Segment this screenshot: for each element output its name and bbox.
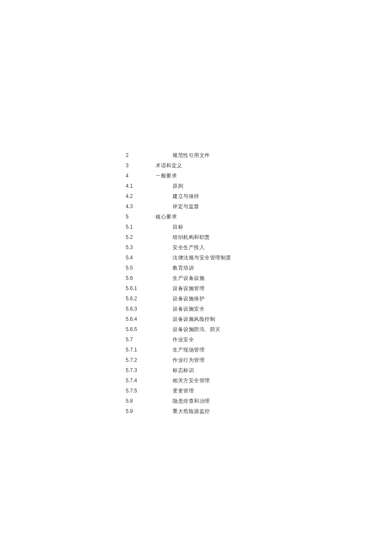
toc-entry-title: 设备设施防汛、防灾 bbox=[173, 324, 221, 334]
toc-dot-leader bbox=[206, 346, 309, 352]
toc-entry-number: 5.1 bbox=[126, 222, 156, 232]
toc-entry: 5.7.5变更管理 bbox=[126, 386, 309, 396]
toc-entry: 5.6.1设备设施管理 bbox=[126, 283, 309, 293]
toc-dot-leader bbox=[206, 305, 309, 311]
toc-entry: 5.4法律法规与安全管理制度 bbox=[126, 253, 309, 263]
toc-dot-leader bbox=[201, 193, 309, 198]
toc-dot-leader bbox=[184, 162, 309, 167]
toc-entry-title: 作业安全 bbox=[173, 334, 194, 345]
document-page: 2规范性引用文件3术语和定义4一般要求4.1原则4.2建立与保持4.3评定与监督… bbox=[0, 0, 392, 555]
toc-dot-leader bbox=[179, 213, 309, 218]
toc-entry: 4.3评定与监督 bbox=[126, 201, 309, 212]
toc-entry-title: 设备设施安全 bbox=[173, 304, 205, 314]
toc-dot-leader bbox=[206, 357, 309, 362]
toc-entry-number: 5.6.3 bbox=[126, 304, 156, 314]
toc-entry-title: 生产设备设施 bbox=[173, 273, 205, 283]
toc-entry-number: 5.9 bbox=[126, 406, 156, 416]
toc-dot-leader bbox=[179, 172, 309, 177]
toc-entry: 4.2建立与保持 bbox=[126, 191, 309, 201]
toc-entry-number: 3 bbox=[126, 160, 156, 171]
toc-dot-leader bbox=[206, 275, 309, 280]
toc-entry-number: 5.4 bbox=[126, 253, 156, 263]
toc-entry: 5.7.2作业行为管理 bbox=[126, 355, 309, 365]
toc-entry-number: 5.7.4 bbox=[126, 375, 156, 386]
toc-dot-leader bbox=[196, 387, 309, 392]
toc-entry: 5.2组织机构和职责 bbox=[126, 232, 309, 242]
toc-dot-leader bbox=[206, 285, 309, 290]
toc-dot-leader bbox=[196, 336, 309, 341]
toc-entry-title: 设备设施风险控制 bbox=[173, 314, 215, 324]
toc-entry-number: 5.6 bbox=[126, 273, 156, 283]
toc-dot-leader bbox=[212, 408, 309, 413]
toc-entry-number: 5.3 bbox=[126, 242, 156, 253]
toc-entry-number: 4.2 bbox=[126, 191, 156, 201]
table-of-contents: 2规范性引用文件3术语和定义4一般要求4.1原则4.2建立与保持4.3评定与监督… bbox=[126, 150, 309, 416]
toc-entry-number: 4.1 bbox=[126, 181, 156, 191]
toc-entry-number: 5.7.3 bbox=[126, 365, 156, 375]
toc-entry: 5.1目标 bbox=[126, 222, 309, 232]
toc-dot-leader bbox=[196, 264, 309, 270]
toc-entry-number: 5.6.4 bbox=[126, 314, 156, 324]
toc-entry-title: 评定与监督 bbox=[173, 201, 199, 212]
toc-entry: 4一般要求 bbox=[126, 171, 309, 181]
toc-entry-title: 术语和定义 bbox=[156, 160, 182, 171]
toc-entry-title: 相关方安全管理 bbox=[173, 375, 210, 386]
toc-entry: 5.7.1生产现场管理 bbox=[126, 345, 309, 355]
toc-dot-leader bbox=[233, 254, 309, 259]
toc-entry-title: 作业行为管理 bbox=[173, 355, 205, 365]
toc-dot-leader bbox=[212, 234, 309, 239]
toc-entry-title: 组织机构和职责 bbox=[173, 232, 210, 242]
toc-entry: 3术语和定义 bbox=[126, 160, 309, 171]
toc-entry: 4.1原则 bbox=[126, 181, 309, 191]
toc-entry-title: 设备设施管理 bbox=[173, 283, 205, 293]
toc-entry-title: 原则 bbox=[173, 181, 183, 191]
toc-entry: 5.6.3设备设施安全 bbox=[126, 304, 309, 314]
toc-entry-number: 5.8 bbox=[126, 396, 156, 406]
toc-entry: 5.6.2设备设施保护 bbox=[126, 293, 309, 304]
toc-entry: 5核心要求 bbox=[126, 212, 309, 222]
toc-entry-title: 隐患排查和治理 bbox=[173, 396, 210, 406]
toc-entry-number: 5.7.2 bbox=[126, 355, 156, 365]
toc-entry-title: 设备设施保护 bbox=[173, 293, 205, 304]
toc-dot-leader bbox=[212, 398, 309, 403]
toc-entry-title: 教育培训 bbox=[173, 263, 194, 273]
toc-entry: 2规范性引用文件 bbox=[126, 150, 309, 160]
toc-entry-number: 5.7.5 bbox=[126, 386, 156, 396]
toc-entry-number: 5.7.1 bbox=[126, 345, 156, 355]
toc-entry-title: 生产现场管理 bbox=[173, 345, 205, 355]
toc-dot-leader bbox=[185, 183, 309, 188]
toc-entry-title: 标志标识 bbox=[173, 365, 194, 375]
toc-entry-title: 重大危险源监控 bbox=[173, 406, 210, 416]
toc-entry-number: 5.6.5 bbox=[126, 324, 156, 334]
toc-entry: 5.6.5设备设施防汛、防灾 bbox=[126, 324, 309, 334]
toc-dot-leader bbox=[222, 326, 309, 331]
toc-entry-number: 5.5 bbox=[126, 263, 156, 273]
toc-dot-leader bbox=[196, 367, 309, 372]
toc-entry-number: 4.3 bbox=[126, 201, 156, 212]
toc-entry-number: 4 bbox=[126, 171, 156, 181]
toc-dot-leader bbox=[212, 152, 309, 157]
toc-entry: 5.3安全生产投入 bbox=[126, 242, 309, 253]
toc-entry: 5.8隐患排查和治理 bbox=[126, 396, 309, 406]
toc-entry: 5.7作业安全 bbox=[126, 334, 309, 345]
toc-dot-leader bbox=[206, 244, 309, 249]
toc-entry-number: 5.6.2 bbox=[126, 293, 156, 304]
toc-dot-leader bbox=[212, 377, 309, 382]
toc-entry-number: 5.7 bbox=[126, 334, 156, 345]
toc-entry-title: 法律法规与安全管理制度 bbox=[173, 253, 231, 263]
toc-entry-title: 规范性引用文件 bbox=[173, 150, 210, 160]
toc-entry: 5.7.4相关方安全管理 bbox=[126, 375, 309, 386]
toc-entry-title: 核心要求 bbox=[156, 212, 177, 222]
toc-entry: 5.6.4设备设施风险控制 bbox=[126, 314, 309, 324]
toc-entry: 5.6生产设备设施 bbox=[126, 273, 309, 283]
toc-entry: 5.7.3标志标识 bbox=[126, 365, 309, 375]
toc-entry-number: 5.2 bbox=[126, 232, 156, 242]
toc-dot-leader bbox=[217, 316, 309, 321]
toc-entry: 5.5教育培训 bbox=[126, 263, 309, 273]
toc-entry-title: 变更管理 bbox=[173, 386, 194, 396]
toc-dot-leader bbox=[185, 224, 309, 229]
toc-entry: 5.9重大危险源监控 bbox=[126, 406, 309, 416]
toc-entry-number: 5.6.1 bbox=[126, 283, 156, 293]
toc-entry-title: 一般要求 bbox=[156, 171, 177, 181]
toc-entry-title: 建立与保持 bbox=[173, 191, 199, 201]
